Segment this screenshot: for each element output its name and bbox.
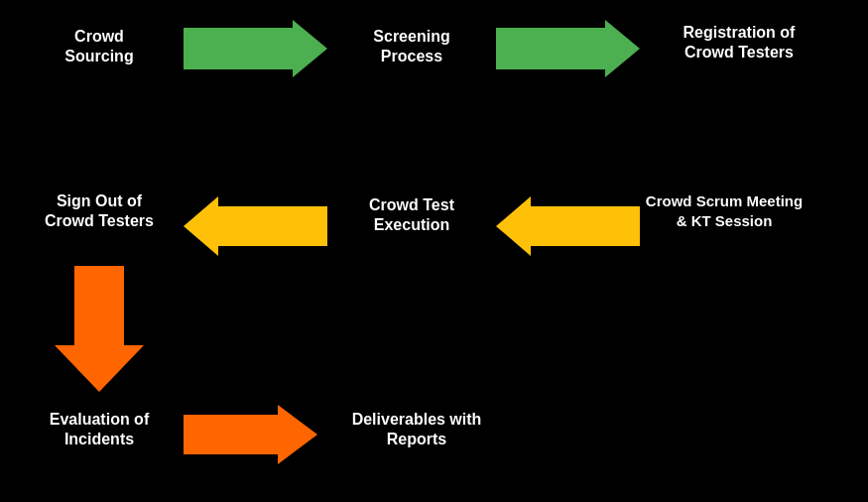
arrow-left-2 xyxy=(496,196,640,256)
arrow-right-2 xyxy=(496,20,640,77)
flow-diagram: Crowd Sourcing Screening Process Registr… xyxy=(0,0,868,502)
arrow-left-1 xyxy=(184,196,327,256)
crowd-sourcing-label: Crowd xyxy=(74,28,124,45)
arrow-down xyxy=(55,266,144,392)
registration-label2: Crowd Testers xyxy=(684,44,794,61)
crowd-test-label: Crowd Test xyxy=(369,196,455,213)
crowd-sourcing-label2: Sourcing xyxy=(64,48,133,64)
sign-out-label2: Crowd Testers xyxy=(45,212,154,229)
deliverables-label: Deliverables with xyxy=(352,411,482,428)
screening-process-label2: Process xyxy=(381,48,442,64)
evaluation-label2: Incidents xyxy=(64,431,134,447)
screening-process-label: Screening xyxy=(373,28,449,45)
deliverables-label2: Reports xyxy=(387,431,447,447)
registration-label: Registration of xyxy=(683,24,797,41)
crowd-test-label2: Execution xyxy=(374,216,449,233)
evaluation-label: Evaluation of xyxy=(50,411,150,428)
sign-out-label: Sign Out of xyxy=(57,192,143,209)
crowd-scrum-label: Crowd Scrum Meeting xyxy=(646,192,803,209)
arrow-right-1 xyxy=(184,20,327,77)
arrow-right-3 xyxy=(184,405,317,464)
crowd-scrum-label2: & KT Session xyxy=(677,212,773,229)
